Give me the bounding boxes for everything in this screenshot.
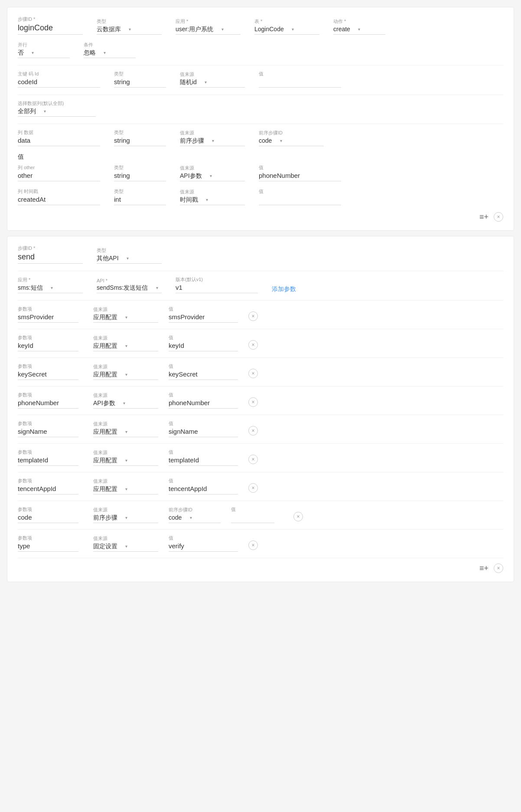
table-select[interactable]: LoginCode: [254, 26, 292, 33]
param-remove-btn-1[interactable]: ×: [248, 340, 258, 350]
card2-api-select-group[interactable]: sendSms:发送短信: [97, 284, 162, 293]
param-source-select-1[interactable]: 应用配置: [93, 342, 125, 349]
card2-app-select[interactable]: sms:短信: [18, 284, 51, 291]
col-time-value-input[interactable]: [259, 196, 341, 205]
col-time-input[interactable]: [18, 196, 100, 205]
card1-close-button[interactable]: ×: [494, 212, 503, 222]
param-remove-btn-7[interactable]: ×: [293, 512, 303, 521]
param-item-input-7[interactable]: [18, 514, 78, 523]
col-time-source-select-group[interactable]: 时间戳: [180, 196, 245, 205]
col-other-value-input[interactable]: [259, 172, 341, 181]
param-remove-btn-6[interactable]: ×: [248, 483, 258, 493]
param-source-select-3[interactable]: API参数: [93, 399, 123, 406]
param-prev-select-group-7[interactable]: code: [169, 514, 221, 523]
param-value-input-7[interactable]: [231, 514, 274, 523]
param-value-input-5[interactable]: [169, 456, 238, 466]
param-item-input-6[interactable]: [18, 485, 78, 494]
type-select[interactable]: 云数据库: [97, 26, 129, 33]
param-remove-btn-4[interactable]: ×: [248, 426, 258, 435]
step-id-value[interactable]: loginCode: [18, 23, 83, 35]
card2-close-button[interactable]: ×: [494, 563, 503, 573]
card2-step-id-label: 步骤ID *: [18, 245, 83, 252]
card2-type-select[interactable]: 其他API: [97, 255, 127, 262]
param-source-select-group-5[interactable]: 应用配置: [93, 457, 158, 466]
col-data-source-select[interactable]: 前序步骤: [180, 137, 212, 144]
card1-add-button[interactable]: ≡+: [479, 213, 488, 222]
col-data-prev-select-group[interactable]: code: [259, 137, 324, 146]
app-select-group[interactable]: user:用户系统: [176, 26, 241, 35]
param-source-select-0[interactable]: 应用配置: [93, 314, 125, 321]
param-item-input-0[interactable]: [18, 313, 78, 323]
param-remove-btn-5[interactable]: ×: [248, 455, 258, 464]
param-remove-btn-0[interactable]: ×: [248, 311, 258, 321]
param-source-select-8[interactable]: 固定设置: [93, 543, 125, 550]
card2-step-id-value[interactable]: send: [18, 252, 83, 264]
pk-source-select-group[interactable]: 随机id: [180, 79, 245, 88]
col-other-input[interactable]: [18, 172, 100, 181]
card2-add-button[interactable]: ≡+: [479, 564, 488, 573]
param-item-input-1[interactable]: [18, 342, 78, 351]
param-remove-btn-3[interactable]: ×: [248, 397, 258, 407]
param-source-select-4[interactable]: 应用配置: [93, 428, 125, 435]
param-value-input-1[interactable]: [169, 342, 238, 351]
col-data-source-label: 值来源: [180, 130, 245, 136]
param-item-input-4[interactable]: [18, 428, 78, 437]
table-label: 表 *: [254, 18, 319, 25]
param-source-select-group-4[interactable]: 应用配置: [93, 428, 158, 437]
param-item-input-5[interactable]: [18, 456, 78, 466]
card2-api-select[interactable]: sendSms:发送短信: [97, 284, 156, 291]
param-item-input-2[interactable]: [18, 370, 78, 380]
param-source-select-group-7[interactable]: 前序步骤: [93, 514, 158, 523]
card2-app-select-group[interactable]: sms:短信: [18, 284, 83, 293]
param-remove-btn-2[interactable]: ×: [248, 369, 258, 378]
param-source-select-group-0[interactable]: 应用配置: [93, 314, 158, 323]
param-value-input-2[interactable]: [169, 370, 238, 380]
param-source-select-group-3[interactable]: API参数: [93, 399, 158, 409]
type-select-group[interactable]: 云数据库: [97, 26, 162, 35]
param-source-select-group-2[interactable]: 应用配置: [93, 371, 158, 380]
param-value-input-3[interactable]: [169, 399, 238, 409]
card2-add-param-link[interactable]: 添加参数: [272, 285, 296, 293]
col-data-input[interactable]: [18, 137, 100, 146]
param-item-input-8[interactable]: [18, 542, 78, 552]
action-select[interactable]: create: [333, 26, 358, 33]
card2-api-label: API *: [97, 278, 162, 283]
pk-source-select[interactable]: 随机id: [180, 79, 205, 85]
param-remove-btn-8[interactable]: ×: [248, 540, 258, 550]
table-select-group[interactable]: LoginCode: [254, 26, 319, 35]
col-other-source-select[interactable]: API参数: [180, 172, 210, 179]
pk-value-input[interactable]: [259, 78, 341, 88]
col-other-source-select-group[interactable]: API参数: [180, 172, 245, 181]
param-source-select-7[interactable]: 前序步骤: [93, 514, 125, 521]
col-data-source-select-group[interactable]: 前序步骤: [180, 137, 245, 146]
parallel-select[interactable]: 否: [18, 49, 32, 56]
condition-select-group[interactable]: 忽略: [84, 49, 136, 58]
param-item-input-3[interactable]: [18, 399, 78, 409]
parallel-select-group[interactable]: 否: [18, 49, 70, 58]
param-value-input-8[interactable]: [169, 542, 238, 552]
param-value-label-4: 值: [169, 420, 238, 427]
col-time-source-select[interactable]: 时间戳: [180, 196, 206, 203]
param-source-select-group-8[interactable]: 固定设置: [93, 543, 158, 552]
param-prev-select-7[interactable]: code: [169, 514, 190, 521]
condition-select[interactable]: 忽略: [84, 49, 104, 56]
card2-version-input[interactable]: [176, 284, 258, 293]
param-source-select-6[interactable]: 应用配置: [93, 485, 125, 492]
col-data-prev-select[interactable]: code: [259, 137, 280, 144]
param-value-input-6[interactable]: [169, 485, 238, 494]
pk-source-label: 值来源: [180, 71, 245, 78]
app-label: 应用 *: [176, 18, 241, 25]
param-source-select-5[interactable]: 应用配置: [93, 457, 125, 464]
select-cols-select[interactable]: 全部列: [18, 108, 44, 115]
param-source-select-2[interactable]: 应用配置: [93, 371, 125, 378]
select-cols-select-group[interactable]: 全部列: [18, 108, 96, 117]
action-select-group[interactable]: create: [333, 26, 385, 35]
pk-input[interactable]: [18, 78, 100, 88]
param-value-input-0[interactable]: [169, 313, 238, 323]
param-value-input-4[interactable]: [169, 428, 238, 437]
select-cols-group: 选择数据列(默认全部) 全部列: [18, 100, 96, 117]
param-source-select-group-6[interactable]: 应用配置: [93, 485, 158, 494]
card2-type-select-group[interactable]: 其他API: [97, 255, 162, 264]
param-source-select-group-1[interactable]: 应用配置: [93, 342, 158, 351]
app-select[interactable]: user:用户系统: [176, 26, 221, 33]
